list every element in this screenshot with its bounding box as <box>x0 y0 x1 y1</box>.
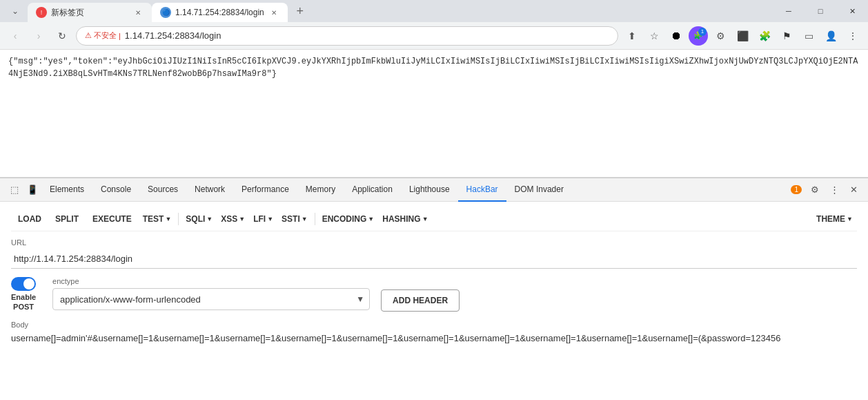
minimize-button[interactable]: ─ <box>773 0 805 22</box>
tab-network[interactable]: Network <box>186 178 233 202</box>
devtools-inspect-icon[interactable]: ⬚ <box>6 181 23 199</box>
new-tab-button[interactable]: + <box>290 1 310 21</box>
devtools-device-icon[interactable]: 📱 <box>23 181 41 199</box>
url-input[interactable] <box>11 249 857 269</box>
devtools-settings-icon[interactable]: ⚙ <box>806 181 824 199</box>
maximize-button[interactable]: □ <box>805 0 836 22</box>
forward-button[interactable]: › <box>29 26 48 46</box>
settings-icon[interactable]: ⚙ <box>711 26 730 46</box>
divider-1 <box>178 213 179 225</box>
hackbar-hashing-dropdown[interactable]: HASHING ▼ <box>378 211 432 227</box>
reload-button[interactable]: ↻ <box>52 26 72 46</box>
hackbar-execute-btn[interactable]: EXECUTE <box>86 211 139 227</box>
hackbar-sqli-dropdown[interactable]: SQLI ▼ <box>181 211 217 227</box>
menu-icon[interactable]: ⋮ <box>843 26 862 46</box>
warning-flag-icon[interactable]: ⚑ <box>777 26 796 46</box>
hackbar-test-dropdown[interactable]: TEST ▼ <box>139 211 176 227</box>
enctype-label: enctype <box>52 277 370 285</box>
tab1-close[interactable]: ✕ <box>132 7 144 18</box>
browser-tab-2[interactable]: 🔵 1.14.71.254:28834/login ✕ <box>152 3 288 22</box>
tab2-title: 1.14.71.254:28834/login <box>175 8 264 17</box>
tab-elements[interactable]: Elements <box>41 178 92 202</box>
hackbar-xss-dropdown[interactable]: XSS ▼ <box>217 211 249 227</box>
tab-manager-btn[interactable]: ⌄ <box>6 1 25 21</box>
extensions-puzzle-icon[interactable]: 🧩 <box>755 26 774 46</box>
tab-console[interactable]: Console <box>92 178 139 202</box>
add-header-button[interactable]: ADD HEADER <box>381 289 460 312</box>
close-button[interactable]: ✕ <box>836 0 868 22</box>
url-label: URL <box>11 238 857 247</box>
share-icon[interactable]: ⬆ <box>622 26 642 46</box>
extension-icon[interactable]: 🧩 1 <box>689 26 708 46</box>
sidebar-icon[interactable]: ▭ <box>799 26 818 46</box>
tab2-close[interactable]: ✕ <box>268 7 279 18</box>
tab-performance[interactable]: Performance <box>233 178 297 202</box>
hackbar-split-btn[interactable]: SPLIT <box>48 211 86 227</box>
page-content: {"msg":"yes","token":"eyJhbGciOiJIUzI1Ni… <box>0 50 868 178</box>
devtools-close-icon[interactable]: ✕ <box>845 181 862 199</box>
address-bar[interactable]: ⚠ 不安全 | 1.14.71.254:28834/login <box>76 26 618 46</box>
body-text: username[]=admin'#&username[]=1&username… <box>11 332 857 345</box>
tab-memory[interactable]: Memory <box>297 178 344 202</box>
bookmark-icon[interactable]: ☆ <box>644 26 664 46</box>
back-button[interactable]: ‹ <box>6 26 25 46</box>
devtools-more-icon[interactable]: ⋮ <box>825 181 843 199</box>
divider-2 <box>315 213 315 225</box>
tab-lighthouse[interactable]: Lighthouse <box>401 178 458 202</box>
tab1-title: 新标签页 <box>51 7 128 19</box>
cast-icon[interactable]: ⬛ <box>733 26 752 46</box>
enctype-select[interactable]: application/x-www-form-urlencoded multip… <box>52 288 370 310</box>
address-url: 1.14.71.254:28834/login <box>125 30 221 41</box>
hackbar-lfi-dropdown[interactable]: LFI ▼ <box>249 211 277 227</box>
tab2-icon: 🔵 <box>160 7 171 18</box>
enable-post-label: EnablePOST <box>11 292 36 312</box>
hackbar-ssti-dropdown[interactable]: SSTI ▼ <box>277 211 312 227</box>
tab1-icon: ! <box>36 7 47 18</box>
tab-dominvader[interactable]: DOM Invader <box>506 178 572 202</box>
tab-sources[interactable]: Sources <box>139 178 186 202</box>
hackbar-theme-dropdown[interactable]: THEME ▼ <box>812 211 857 227</box>
profile-icon[interactable]: 👤 <box>821 26 840 46</box>
security-warning-icon: ⚠ 不安全 | <box>85 30 121 41</box>
body-label: Body <box>11 321 857 329</box>
hackbar-load-btn[interactable]: LOAD <box>11 211 48 227</box>
record-icon[interactable]: ⏺ <box>667 26 686 46</box>
tab-application[interactable]: Application <box>344 178 401 202</box>
devtools-badge: 1 <box>791 185 802 194</box>
enable-post-toggle[interactable] <box>11 277 36 291</box>
hackbar-encoding-dropdown[interactable]: ENCODING ▼ <box>318 211 379 227</box>
browser-tab-1[interactable]: ! 新标签页 ✕ <box>28 3 152 22</box>
tab-hackbar[interactable]: HackBar <box>458 178 506 202</box>
